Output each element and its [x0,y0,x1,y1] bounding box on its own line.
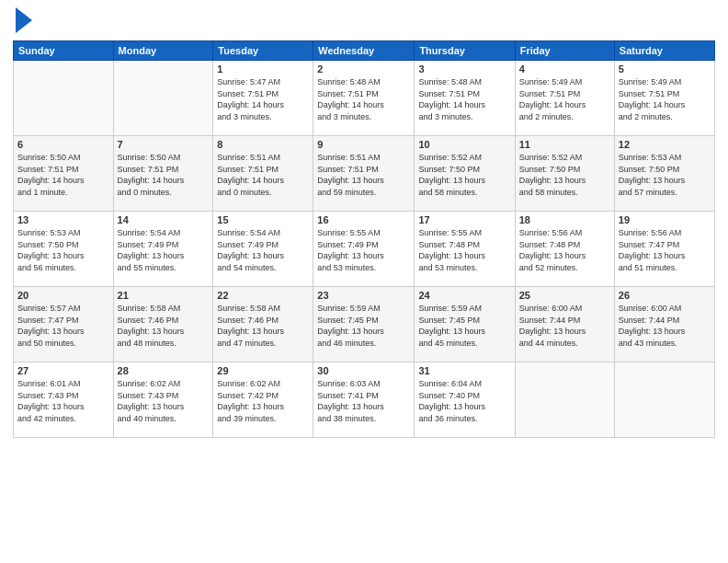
calendar-week-5: 27Sunrise: 6:01 AM Sunset: 7:43 PM Dayli… [14,362,715,438]
day-info: Sunrise: 5:54 AM Sunset: 7:49 PM Dayligh… [217,227,309,273]
day-info: Sunrise: 5:52 AM Sunset: 7:50 PM Dayligh… [418,152,510,198]
calendar-cell: 12Sunrise: 5:53 AM Sunset: 7:50 PM Dayli… [614,136,714,212]
day-info: Sunrise: 6:02 AM Sunset: 7:42 PM Dayligh… [217,378,309,424]
day-number: 3 [418,63,510,75]
day-number: 8 [217,139,309,150]
calendar-cell: 27Sunrise: 6:01 AM Sunset: 7:43 PM Dayli… [14,362,114,438]
day-info: Sunrise: 5:59 AM Sunset: 7:45 PM Dayligh… [418,303,510,349]
calendar-cell: 23Sunrise: 5:59 AM Sunset: 7:45 PM Dayli… [313,287,415,362]
calendar-cell: 28Sunrise: 6:02 AM Sunset: 7:43 PM Dayli… [113,362,213,438]
day-number: 11 [519,139,610,150]
day-info: Sunrise: 6:04 AM Sunset: 7:40 PM Dayligh… [418,378,510,424]
day-number: 1 [217,63,309,75]
day-number: 29 [217,365,309,376]
calendar-cell: 9Sunrise: 5:51 AM Sunset: 7:51 PM Daylig… [313,136,415,212]
calendar-cell: 1Sunrise: 5:47 AM Sunset: 7:51 PM Daylig… [213,61,313,136]
logo-arrow-icon [16,7,32,33]
day-info: Sunrise: 5:53 AM Sunset: 7:50 PM Dayligh… [17,227,109,273]
day-info: Sunrise: 5:55 AM Sunset: 7:49 PM Dayligh… [317,227,410,273]
day-number: 18 [519,214,610,225]
day-info: Sunrise: 5:58 AM Sunset: 7:46 PM Dayligh… [217,303,309,349]
day-info: Sunrise: 5:51 AM Sunset: 7:51 PM Dayligh… [217,152,309,198]
calendar-cell: 4Sunrise: 5:49 AM Sunset: 7:51 PM Daylig… [515,61,614,136]
calendar-cell: 18Sunrise: 5:56 AM Sunset: 7:48 PM Dayli… [515,212,614,287]
calendar-cell: 16Sunrise: 5:55 AM Sunset: 7:49 PM Dayli… [313,212,415,287]
page: SundayMondayTuesdayWednesdayThursdayFrid… [0,0,728,563]
day-info: Sunrise: 5:49 AM Sunset: 7:51 PM Dayligh… [619,76,711,122]
header [13,9,715,33]
day-number: 25 [519,290,610,301]
day-number: 10 [418,139,510,150]
calendar-cell: 8Sunrise: 5:51 AM Sunset: 7:51 PM Daylig… [213,136,313,212]
calendar-header-thursday: Thursday [415,41,515,61]
calendar-cell: 5Sunrise: 5:49 AM Sunset: 7:51 PM Daylig… [614,61,714,136]
calendar-cell: 29Sunrise: 6:02 AM Sunset: 7:42 PM Dayli… [213,362,313,438]
calendar-cell: 14Sunrise: 5:54 AM Sunset: 7:49 PM Dayli… [113,212,213,287]
day-number: 20 [17,290,109,301]
day-info: Sunrise: 5:48 AM Sunset: 7:51 PM Dayligh… [317,76,410,122]
calendar-header-friday: Friday [515,41,614,61]
calendar-cell: 6Sunrise: 5:50 AM Sunset: 7:51 PM Daylig… [14,136,114,212]
day-info: Sunrise: 5:59 AM Sunset: 7:45 PM Dayligh… [317,303,410,349]
calendar-header-sunday: Sunday [14,41,114,61]
calendar-cell: 15Sunrise: 5:54 AM Sunset: 7:49 PM Dayli… [213,212,313,287]
calendar-header-tuesday: Tuesday [213,41,313,61]
calendar-cell: 2Sunrise: 5:48 AM Sunset: 7:51 PM Daylig… [313,61,415,136]
day-number: 23 [317,290,410,301]
calendar-week-2: 6Sunrise: 5:50 AM Sunset: 7:51 PM Daylig… [14,136,715,212]
day-info: Sunrise: 5:56 AM Sunset: 7:48 PM Dayligh… [519,227,610,273]
day-info: Sunrise: 5:49 AM Sunset: 7:51 PM Dayligh… [519,76,610,122]
calendar-week-1: 1Sunrise: 5:47 AM Sunset: 7:51 PM Daylig… [14,61,715,136]
day-info: Sunrise: 5:55 AM Sunset: 7:48 PM Dayligh… [418,227,510,273]
day-info: Sunrise: 5:48 AM Sunset: 7:51 PM Dayligh… [418,76,510,122]
day-info: Sunrise: 5:47 AM Sunset: 7:51 PM Dayligh… [217,76,309,122]
day-number: 14 [118,214,210,225]
logo [13,9,32,33]
day-number: 26 [619,290,711,301]
calendar-cell: 13Sunrise: 5:53 AM Sunset: 7:50 PM Dayli… [14,212,114,287]
day-info: Sunrise: 6:00 AM Sunset: 7:44 PM Dayligh… [619,303,711,349]
calendar-cell: 11Sunrise: 5:52 AM Sunset: 7:50 PM Dayli… [515,136,614,212]
calendar-cell: 25Sunrise: 6:00 AM Sunset: 7:44 PM Dayli… [515,287,614,362]
day-number: 4 [519,63,610,75]
day-info: Sunrise: 6:03 AM Sunset: 7:41 PM Dayligh… [317,378,410,424]
day-number: 27 [17,365,109,376]
calendar-cell [14,61,114,136]
calendar-header-row: SundayMondayTuesdayWednesdayThursdayFrid… [14,41,715,61]
day-number: 19 [619,214,711,225]
calendar-cell [614,362,714,438]
calendar-cell: 30Sunrise: 6:03 AM Sunset: 7:41 PM Dayli… [313,362,415,438]
calendar-cell: 3Sunrise: 5:48 AM Sunset: 7:51 PM Daylig… [415,61,515,136]
day-number: 5 [619,63,711,75]
day-number: 30 [317,365,410,376]
day-number: 16 [317,214,410,225]
day-info: Sunrise: 6:01 AM Sunset: 7:43 PM Dayligh… [17,378,109,424]
day-info: Sunrise: 5:50 AM Sunset: 7:51 PM Dayligh… [118,152,210,198]
day-number: 21 [118,290,210,301]
day-number: 7 [118,139,210,150]
day-number: 24 [418,290,510,301]
calendar-header-saturday: Saturday [614,41,714,61]
day-info: Sunrise: 6:02 AM Sunset: 7:43 PM Dayligh… [118,378,210,424]
calendar-cell: 21Sunrise: 5:58 AM Sunset: 7:46 PM Dayli… [113,287,213,362]
day-number: 28 [118,365,210,376]
calendar-cell: 31Sunrise: 6:04 AM Sunset: 7:40 PM Dayli… [415,362,515,438]
day-number: 13 [17,214,109,225]
day-info: Sunrise: 5:56 AM Sunset: 7:47 PM Dayligh… [619,227,711,273]
calendar-week-4: 20Sunrise: 5:57 AM Sunset: 7:47 PM Dayli… [14,287,715,362]
day-number: 17 [418,214,510,225]
calendar-cell: 24Sunrise: 5:59 AM Sunset: 7:45 PM Dayli… [415,287,515,362]
day-info: Sunrise: 5:52 AM Sunset: 7:50 PM Dayligh… [519,152,610,198]
day-number: 2 [317,63,410,75]
day-info: Sunrise: 5:58 AM Sunset: 7:46 PM Dayligh… [118,303,210,349]
day-info: Sunrise: 5:53 AM Sunset: 7:50 PM Dayligh… [619,152,711,198]
calendar-week-3: 13Sunrise: 5:53 AM Sunset: 7:50 PM Dayli… [14,212,715,287]
calendar-table: SundayMondayTuesdayWednesdayThursdayFrid… [13,40,715,438]
day-number: 9 [317,139,410,150]
day-info: Sunrise: 5:57 AM Sunset: 7:47 PM Dayligh… [17,303,109,349]
calendar-cell: 10Sunrise: 5:52 AM Sunset: 7:50 PM Dayli… [415,136,515,212]
day-number: 12 [619,139,711,150]
calendar-header-monday: Monday [113,41,213,61]
calendar-cell: 22Sunrise: 5:58 AM Sunset: 7:46 PM Dayli… [213,287,313,362]
calendar-cell [515,362,614,438]
